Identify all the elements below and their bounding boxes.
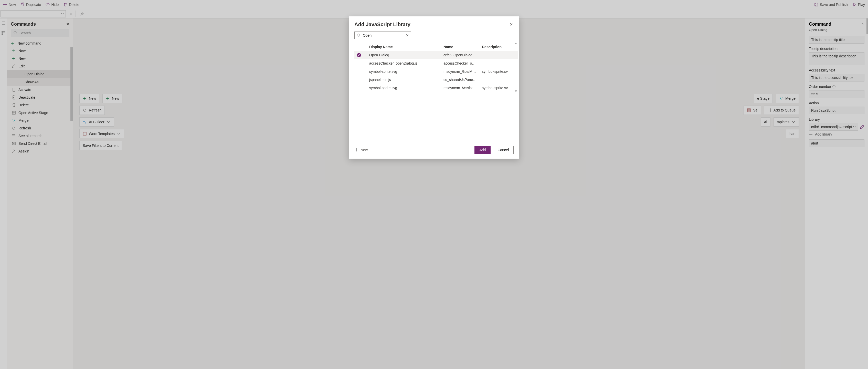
plus-icon	[354, 148, 359, 152]
row-description: symbol-sprite.sv...	[479, 84, 518, 92]
library-row[interactable]: ✓Open Dialogcrfb6_OpenDialog	[354, 51, 518, 59]
library-row[interactable]: symbol-sprite.svgmsdyncrm_/libs/Monaco..…	[354, 67, 518, 76]
modal-search-input[interactable]: Open ✕	[354, 31, 411, 39]
row-name: accessChecker_openDial...	[441, 59, 479, 67]
modal-new-label: New	[361, 148, 368, 152]
modal-new-button[interactable]: New	[354, 148, 368, 152]
modal-add-button[interactable]: Add	[474, 146, 491, 154]
row-display-name: symbol-sprite.svg	[367, 84, 441, 92]
add-js-library-modal: Add JavaScript Library ✕ Open ✕ Display …	[349, 17, 519, 159]
library-row[interactable]: symbol-sprite.svgmsdyncrm_/AssistEditCo.…	[354, 84, 518, 92]
row-display-name: symbol-sprite.svg	[367, 67, 441, 76]
modal-cancel-button[interactable]: Cancel	[493, 146, 514, 154]
scroll-down-arrow[interactable]	[515, 90, 517, 92]
row-name: cc_shared/JsPanel/4.6.0/...	[441, 76, 479, 84]
search-icon	[357, 33, 361, 37]
row-name: msdyncrm_/libs/Monaco...	[441, 67, 479, 76]
col-name[interactable]: Name	[441, 43, 479, 51]
checked-icon: ✓	[357, 53, 361, 57]
row-name: msdyncrm_/AssistEditCo...	[441, 84, 479, 92]
col-description[interactable]: Description	[479, 43, 518, 51]
row-display-name: accessChecker_openDialog.js	[367, 59, 441, 67]
library-row[interactable]: jspanel.min.jscc_shared/JsPanel/4.6.0/..…	[354, 76, 518, 84]
col-display-name[interactable]: Display Name	[367, 43, 441, 51]
library-row[interactable]: accessChecker_openDialog.jsaccessChecker…	[354, 59, 518, 67]
col-check	[354, 43, 367, 51]
modal-title: Add JavaScript Library	[354, 22, 410, 27]
row-display-name: Open Dialog	[367, 51, 441, 59]
modal-search-clear[interactable]: ✕	[406, 33, 409, 37]
row-description: symbol-sprite.sv...	[479, 67, 518, 76]
row-description	[479, 59, 518, 67]
modal-close-button[interactable]: ✕	[508, 22, 514, 27]
modal-table-scrollbar[interactable]	[515, 43, 517, 92]
scroll-up-arrow[interactable]	[515, 43, 517, 44]
row-description	[479, 51, 518, 59]
row-name: crfb6_OpenDialog	[441, 51, 479, 59]
row-description	[479, 76, 518, 84]
row-display-name: jspanel.min.js	[367, 76, 441, 84]
svg-point-15	[357, 34, 360, 36]
modal-search-value: Open	[363, 33, 372, 37]
